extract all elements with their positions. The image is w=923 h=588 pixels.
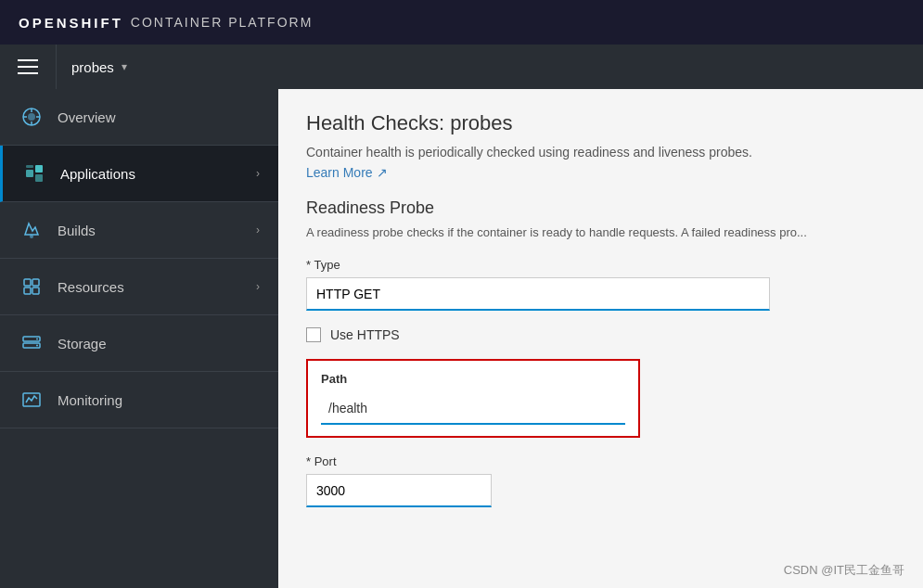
readiness-probe-title: Readiness Probe bbox=[306, 198, 895, 218]
logo: OPENSHIFT CONTAINER PLATFORM bbox=[19, 15, 313, 31]
type-label: * Type bbox=[306, 258, 895, 272]
sidebar-item-storage[interactable]: Storage bbox=[0, 315, 278, 372]
sidebar-item-label: Resources bbox=[58, 279, 256, 295]
sidebar-item-monitoring[interactable]: Monitoring bbox=[0, 372, 278, 428]
chevron-down-icon: ▾ bbox=[122, 60, 127, 73]
use-https-label: Use HTTPS bbox=[330, 327, 400, 342]
external-link-icon: ↗ bbox=[377, 165, 388, 180]
port-input[interactable] bbox=[306, 474, 492, 507]
type-label-text: * Type bbox=[306, 258, 340, 272]
path-form-group-highlighted: Path bbox=[306, 359, 640, 438]
content-area: Health Checks: probes Container health i… bbox=[278, 89, 923, 588]
svg-rect-14 bbox=[32, 288, 39, 294]
project-selector[interactable]: probes ▾ bbox=[56, 45, 142, 89]
menu-toggle-button[interactable] bbox=[0, 45, 56, 89]
path-label: Path bbox=[321, 372, 625, 386]
port-form-group: * Port bbox=[306, 454, 895, 507]
nav-bar: probes ▾ bbox=[0, 45, 923, 89]
sidebar-item-resources[interactable]: Resources › bbox=[0, 259, 278, 315]
type-form-group: * Type bbox=[306, 258, 895, 311]
resources-icon bbox=[19, 274, 45, 300]
sidebar-item-label: Storage bbox=[58, 336, 260, 352]
use-https-checkbox[interactable] bbox=[306, 327, 321, 342]
svg-rect-6 bbox=[26, 170, 33, 177]
apps-icon bbox=[21, 160, 47, 186]
sidebar-item-overview[interactable]: Overview bbox=[0, 89, 278, 146]
svg-point-10 bbox=[30, 235, 33, 238]
port-label-text: * Port bbox=[306, 454, 337, 468]
brand-openshift: OPENSHIFT bbox=[19, 15, 123, 31]
use-https-row: Use HTTPS bbox=[306, 327, 895, 342]
dashboard-icon bbox=[19, 104, 45, 130]
sidebar-item-label: Applications bbox=[60, 166, 256, 182]
brand-subtitle: CONTAINER PLATFORM bbox=[131, 15, 314, 30]
learn-more-text: Learn More bbox=[306, 165, 373, 180]
chevron-right-icon: › bbox=[256, 167, 260, 180]
svg-point-17 bbox=[36, 339, 38, 340]
sidebar-item-label: Monitoring bbox=[58, 392, 260, 408]
svg-rect-9 bbox=[26, 165, 33, 168]
page-description: Container health is periodically checked… bbox=[306, 145, 895, 160]
sidebar-item-label: Overview bbox=[58, 109, 260, 125]
storage-icon bbox=[19, 330, 45, 356]
svg-point-1 bbox=[28, 113, 35, 121]
svg-rect-7 bbox=[35, 165, 43, 173]
monitoring-icon bbox=[19, 387, 45, 413]
project-name: probes bbox=[71, 59, 114, 75]
main-layout: Overview Applications › Builds bbox=[0, 89, 923, 588]
top-bar: OPENSHIFT CONTAINER PLATFORM bbox=[0, 0, 923, 45]
content-inner: Health Checks: probes Container health i… bbox=[278, 89, 923, 546]
svg-rect-13 bbox=[24, 288, 31, 294]
page-title: Health Checks: probes bbox=[306, 111, 895, 135]
chevron-right-icon: › bbox=[256, 280, 260, 293]
svg-rect-11 bbox=[24, 279, 31, 286]
svg-point-18 bbox=[36, 345, 38, 347]
path-input[interactable] bbox=[321, 393, 625, 425]
sidebar-item-applications[interactable]: Applications › bbox=[0, 146, 278, 202]
hamburger-icon bbox=[18, 59, 38, 74]
learn-more-link[interactable]: Learn More ↗ bbox=[306, 165, 388, 180]
builds-icon bbox=[19, 217, 45, 243]
port-label: * Port bbox=[306, 454, 895, 468]
readiness-probe-description: A readiness probe checks if the containe… bbox=[306, 225, 895, 239]
svg-rect-12 bbox=[32, 279, 39, 286]
svg-rect-8 bbox=[35, 174, 43, 182]
sidebar-item-label: Builds bbox=[58, 223, 256, 238]
type-input[interactable] bbox=[306, 277, 770, 311]
sidebar: Overview Applications › Builds bbox=[0, 89, 278, 588]
chevron-right-icon: › bbox=[256, 224, 260, 236]
watermark: CSDN @IT民工金鱼哥 bbox=[784, 562, 904, 579]
sidebar-item-builds[interactable]: Builds › bbox=[0, 202, 278, 259]
